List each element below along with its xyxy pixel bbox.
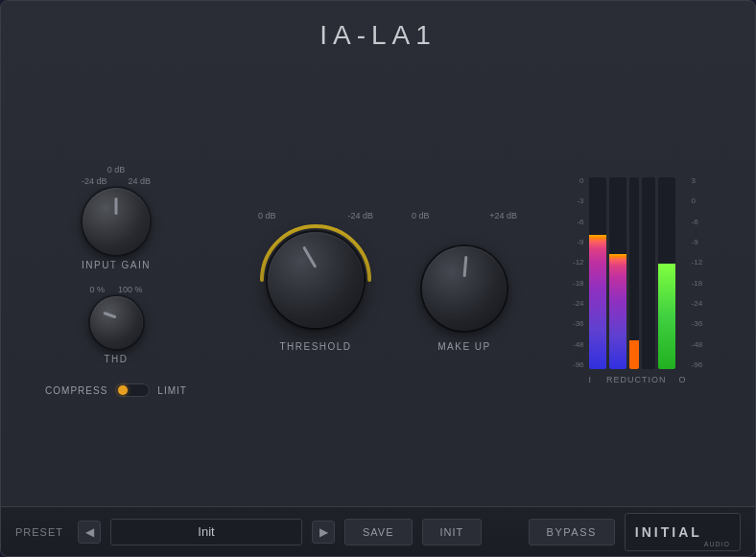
scale-96: -96 xyxy=(573,361,584,369)
thd-label: THD xyxy=(104,354,128,364)
brand-logo: INITIAL AUDIO xyxy=(625,513,741,551)
brand-name: INITIAL xyxy=(635,524,702,540)
threshold-label: THRESHOLD xyxy=(279,341,351,352)
scale-r-9: -9 xyxy=(692,239,703,246)
scale-18: -18 xyxy=(573,280,584,288)
meter-fill-input-r xyxy=(609,254,626,369)
makeup-container: 0 dB +24 dB MAKE UP xyxy=(412,211,517,352)
preset-next-button[interactable]: ▶ xyxy=(312,521,335,544)
makeup-right-label: +24 dB xyxy=(489,211,517,220)
scale-r-0: 0 xyxy=(692,197,703,205)
plugin-title: IA-LA1 xyxy=(30,20,726,51)
preset-prev-button[interactable]: ◀ xyxy=(78,521,101,544)
meter-fill-orange xyxy=(629,340,639,369)
title-bar: IA-LA1 xyxy=(30,20,726,51)
plugin-container: IA-LA1 0 dB -24 dB 24 dB INPUT GAIN xyxy=(0,0,756,557)
right-meter: 0 -3 -6 -9 -12 -18 -24 -36 -48 -96 xyxy=(573,177,726,384)
scale-24: -24 xyxy=(573,300,584,308)
meter-bar-input-l xyxy=(589,177,606,369)
thd-knob[interactable] xyxy=(90,296,143,349)
bottom-bar: PRESET ◀ Init ▶ SAVE INIT BYPASS INITIAL… xyxy=(1,506,755,556)
main-panel: IA-LA1 0 dB -24 dB 24 dB INPUT GAIN xyxy=(1,1,755,506)
input-gain-knob[interactable] xyxy=(83,188,150,255)
limit-label: LIMIT xyxy=(157,385,187,396)
meter-i-label: I xyxy=(589,375,593,384)
scale-9: -9 xyxy=(573,239,584,246)
threshold-knob[interactable] xyxy=(268,232,364,328)
compress-label: COMPRESS xyxy=(45,385,107,396)
compress-limit-toggle[interactable] xyxy=(115,383,150,397)
brand-sub: AUDIO xyxy=(704,541,730,547)
save-button[interactable]: SAVE xyxy=(344,519,413,545)
thd-right-label: 100 % xyxy=(118,285,143,294)
reduction-label-row: I REDUCTION O xyxy=(589,375,687,384)
meter-bar-orange xyxy=(629,177,639,369)
left-controls: 0 dB -24 dB 24 dB INPUT GAIN 0 % 100 % xyxy=(30,165,202,397)
input-gain-right-label: 24 dB xyxy=(128,176,151,186)
scale-6: -6 xyxy=(573,219,584,226)
scale-48: -48 xyxy=(573,341,584,349)
compress-limit-row: COMPRESS LIMIT xyxy=(45,383,187,397)
center-controls: 0 dB -24 dB THRESHOLD 0 d xyxy=(258,211,517,352)
input-gain-left-label: -24 dB xyxy=(82,176,107,186)
input-gain-top-label: 0 dB xyxy=(107,165,126,174)
thd-left-label: 0 % xyxy=(90,285,106,294)
meter-fill-reduction xyxy=(658,264,675,369)
scale-r-48: -48 xyxy=(692,341,703,349)
scale-0: 0 xyxy=(573,177,584,185)
scale-r-24: -24 xyxy=(692,300,703,308)
makeup-knob[interactable] xyxy=(422,246,507,331)
preset-name-display: Init xyxy=(110,519,302,545)
scale-r-96: -96 xyxy=(692,361,703,369)
meter-scale-left: 0 -3 -6 -9 -12 -18 -24 -36 -48 -96 xyxy=(573,177,584,369)
thd-container: 0 % 100 % THD xyxy=(90,285,143,364)
controls-row: 0 dB -24 dB 24 dB INPUT GAIN 0 % 100 % xyxy=(30,70,726,492)
makeup-left-label: 0 dB xyxy=(412,211,430,220)
meter-fill-input-l xyxy=(589,235,606,369)
scale-12: -12 xyxy=(573,259,584,267)
scale-36: -36 xyxy=(573,320,584,328)
bypass-button[interactable]: BYPASS xyxy=(529,519,615,545)
meter-o-label: O xyxy=(679,375,687,384)
meter-reduction-label: REDUCTION xyxy=(606,375,667,384)
scale-r-3: 3 xyxy=(692,177,703,185)
scale-3: -3 xyxy=(573,197,584,205)
input-gain-labels: -24 dB 24 dB xyxy=(82,176,151,186)
meter-bar-reduction xyxy=(658,177,675,369)
input-gain-container: 0 dB -24 dB 24 dB INPUT GAIN xyxy=(82,165,151,270)
threshold-container: 0 dB -24 dB THRESHOLD xyxy=(258,211,373,352)
meter-spacer xyxy=(642,177,655,369)
makeup-label: MAKE UP xyxy=(437,341,491,352)
input-gain-label: INPUT GAIN xyxy=(82,260,151,270)
scale-r-6: -6 xyxy=(692,219,703,226)
meter-scale-right: 3 0 -6 -9 -12 -18 -24 -36 -48 -96 xyxy=(692,177,703,369)
makeup-labels: 0 dB +24 dB xyxy=(412,211,517,220)
preset-label: PRESET xyxy=(15,526,63,538)
init-button[interactable]: INIT xyxy=(422,519,483,545)
scale-r-18: -18 xyxy=(692,280,703,288)
scale-r-36: -36 xyxy=(692,320,703,328)
scale-r-12: -12 xyxy=(692,259,703,267)
meter-bar-input-r xyxy=(609,177,626,369)
thd-labels: 0 % 100 % xyxy=(90,285,143,294)
toggle-dot xyxy=(118,385,128,395)
